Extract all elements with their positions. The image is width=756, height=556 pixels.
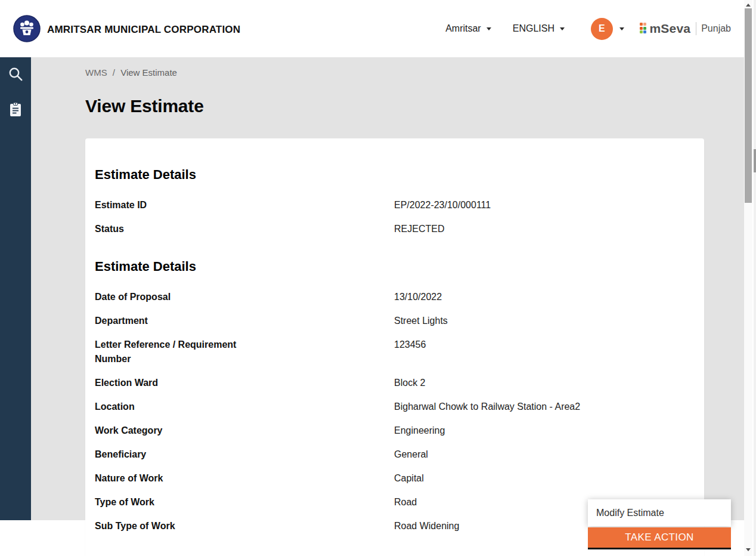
field-label: Work Category	[95, 424, 244, 438]
field-value: Engineering	[394, 424, 445, 438]
field-row-election-ward: Election Ward Block 2	[95, 376, 695, 390]
field-value: Street Lights	[394, 314, 448, 328]
city-selector-label: Amritsar	[445, 23, 481, 34]
app-window: AMRITSAR MUNICIPAL CORPORATION Amritsar …	[0, 0, 756, 556]
city-selector[interactable]: Amritsar	[445, 23, 491, 34]
field-label: Beneficiary	[95, 447, 244, 462]
chevron-down-icon	[487, 27, 491, 30]
profile-chevron-down-icon[interactable]	[619, 27, 624, 30]
field-row-department: Department Street Lights	[95, 314, 695, 328]
breadcrumb-separator: /	[113, 67, 115, 78]
field-label: Status	[95, 222, 244, 236]
mseva-region: Punjab	[701, 23, 731, 34]
mseva-wordmark: mSeva	[649, 21, 690, 36]
outer-scrollbar[interactable]	[753, 0, 756, 556]
field-value: Road	[394, 495, 417, 509]
org-name: AMRITSAR MUNICIPAL CORPORATION	[47, 24, 240, 36]
field-row-date-of-proposal: Date of Proposal 13/10/2022	[95, 290, 695, 304]
section-heading: Estimate Details	[95, 259, 695, 274]
field-label: Sub Type of Work	[95, 519, 244, 533]
chevron-down-icon	[560, 27, 565, 30]
header-controls: Amritsar ENGLISH E mSeva Punj	[445, 0, 731, 57]
take-action-button[interactable]: TAKE ACTION	[588, 527, 731, 549]
mseva-grid-icon	[640, 23, 647, 33]
left-sidebar	[0, 57, 31, 520]
field-row-beneficiary: Beneficiary General	[95, 447, 695, 462]
field-label: Election Ward	[95, 376, 244, 390]
field-label: Date of Proposal	[95, 290, 244, 304]
scroll-up-icon[interactable]	[746, 4, 751, 7]
field-value: 13/10/2022	[394, 290, 442, 304]
language-selector-label: ENGLISH	[513, 23, 554, 34]
breadcrumb-current: View Estimate	[120, 67, 177, 78]
field-label: Location	[95, 400, 244, 414]
logo-divider	[696, 22, 696, 35]
inner-scrollbar-thumb[interactable]	[745, 8, 752, 203]
field-row-nature-of-work: Nature of Work Capital	[95, 471, 695, 486]
status-value: REJECTED	[394, 222, 444, 236]
user-avatar[interactable]: E	[591, 18, 613, 40]
field-value: Bigharwal Chowk to Railway Station - Are…	[394, 400, 580, 414]
top-header: AMRITSAR MUNICIPAL CORPORATION Amritsar …	[0, 0, 744, 57]
menu-item-modify-estimate[interactable]: Modify Estimate	[588, 508, 664, 518]
mseva-logo: mSeva Punjab	[640, 21, 731, 36]
breadcrumb: WMS / View Estimate	[85, 67, 744, 79]
field-value: Block 2	[394, 376, 425, 390]
take-action-menu: Modify Estimate	[588, 499, 731, 526]
search-icon[interactable]	[0, 61, 31, 87]
inner-scrollbar[interactable]	[744, 0, 752, 556]
field-row-status: Status REJECTED	[95, 222, 695, 236]
estimate-card: Estimate Details Estimate ID EP/2022-23/…	[85, 138, 704, 556]
main-content: WMS / View Estimate View Estimate Estima…	[31, 57, 744, 520]
field-label: Department	[95, 314, 244, 328]
org-brand: AMRITSAR MUNICIPAL CORPORATION	[13, 15, 240, 45]
breadcrumb-wms-link[interactable]: WMS	[85, 67, 107, 78]
field-row-letter-reference: Letter Reference / Requirement Number 12…	[95, 338, 695, 366]
field-value: 123456	[394, 338, 426, 366]
field-label: Letter Reference / Requirement Number	[95, 338, 244, 366]
field-label: Type of Work	[95, 495, 244, 509]
field-label: Estimate ID	[95, 198, 244, 212]
language-selector[interactable]: ENGLISH	[513, 23, 565, 34]
field-label: Nature of Work	[95, 471, 244, 486]
scroll-down-icon[interactable]	[746, 548, 751, 551]
inbox-clipboard-icon[interactable]	[0, 97, 31, 123]
field-row-estimate-id: Estimate ID EP/2022-23/10/000111	[95, 198, 695, 212]
field-value: EP/2022-23/10/000111	[394, 198, 491, 212]
field-row-work-category: Work Category Engineering	[95, 424, 695, 438]
field-value: Road Widening	[394, 519, 459, 533]
outer-scrollbar-thumb[interactable]	[754, 149, 756, 172]
field-value: Capital	[394, 471, 424, 486]
field-value: General	[394, 447, 428, 462]
municipal-emblem-logo	[13, 15, 41, 45]
section-heading: Estimate Details	[95, 167, 695, 183]
field-row-location: Location Bigharwal Chowk to Railway Stat…	[95, 400, 695, 414]
page-title: View Estimate	[85, 94, 744, 118]
